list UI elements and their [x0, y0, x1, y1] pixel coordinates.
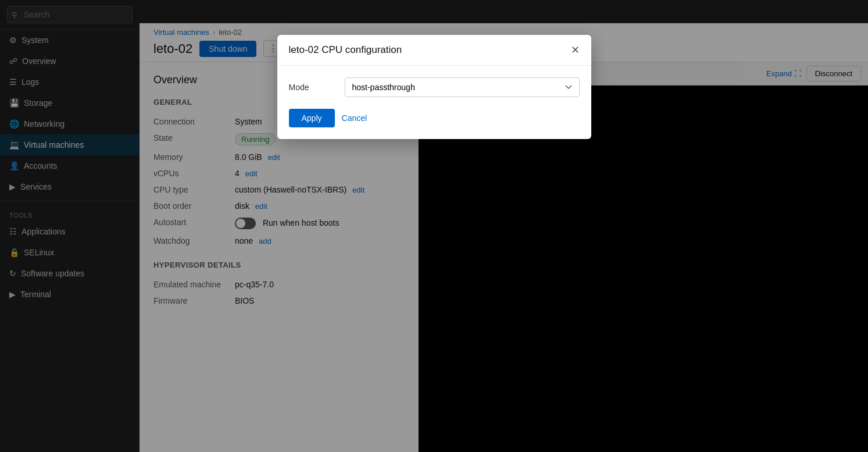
- modal-overlay: leto-02 CPU configuration ✕ Mode host-pa…: [0, 0, 868, 452]
- mode-label: Mode: [289, 83, 335, 92]
- mode-select[interactable]: host-passthrough host-model custom maxim…: [345, 77, 580, 97]
- cpu-config-modal: leto-02 CPU configuration ✕ Mode host-pa…: [277, 35, 591, 139]
- mode-field: Mode host-passthrough host-model custom …: [289, 77, 580, 97]
- modal-actions: Apply Cancel: [289, 109, 580, 127]
- modal-title: leto-02 CPU configuration: [289, 44, 402, 56]
- apply-button[interactable]: Apply: [289, 109, 335, 127]
- cancel-button[interactable]: Cancel: [342, 113, 367, 123]
- modal-header: leto-02 CPU configuration ✕: [277, 35, 591, 66]
- modal-close-button[interactable]: ✕: [571, 45, 580, 55]
- modal-body: Mode host-passthrough host-model custom …: [277, 66, 591, 139]
